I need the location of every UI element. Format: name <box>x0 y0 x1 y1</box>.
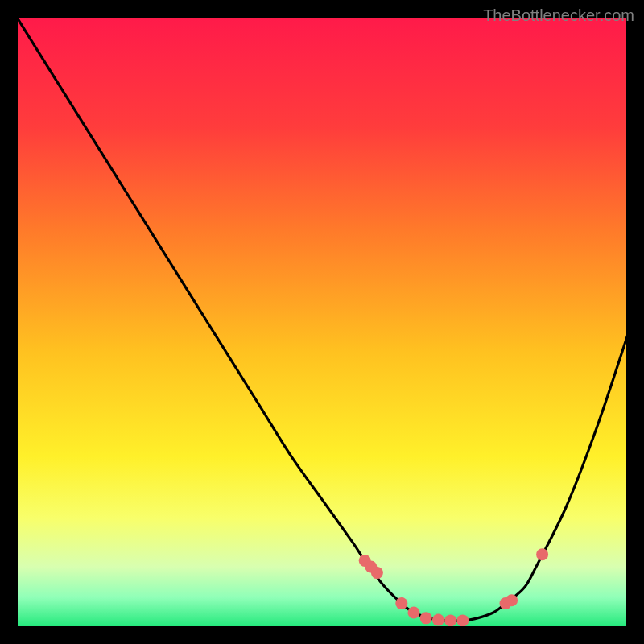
marker-dot <box>432 614 444 626</box>
marker-dot <box>444 614 456 626</box>
marker-dot <box>420 612 432 624</box>
marker-dot <box>536 548 548 560</box>
plot-area <box>16 16 628 628</box>
marker-dot <box>506 594 518 606</box>
marker-dot <box>456 614 469 626</box>
curve-markers <box>359 548 548 626</box>
marker-dot <box>395 597 407 609</box>
chart-svg <box>16 16 628 628</box>
marker-dot <box>408 607 420 619</box>
watermark-text: TheBottlenecker.com <box>483 6 634 25</box>
marker-dot <box>371 567 383 579</box>
bottleneck-curve <box>16 16 628 621</box>
